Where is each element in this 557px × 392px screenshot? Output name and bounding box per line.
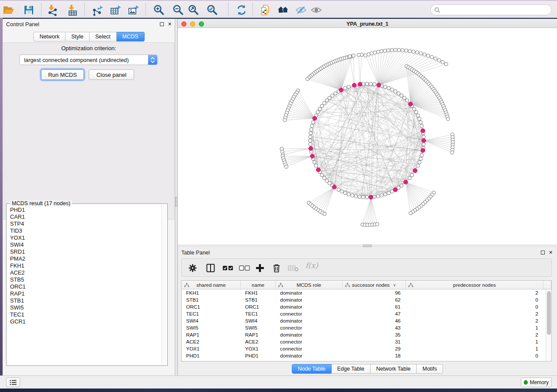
network-node[interactable]: [343, 191, 347, 195]
memory-button[interactable]: Memory: [521, 378, 552, 387]
network-node[interactable]: [397, 92, 400, 95]
mcds-hub-node[interactable]: [422, 138, 426, 142]
deselect-all-button[interactable]: [239, 262, 251, 274]
network-node[interactable]: [308, 143, 312, 146]
mcds-hub-node[interactable]: [404, 180, 408, 184]
create-column-button[interactable]: [255, 262, 267, 274]
duplicate-network-button[interactable]: [259, 4, 271, 16]
mcds-hub-node[interactable]: [421, 129, 425, 133]
network-node[interactable]: [347, 85, 350, 89]
network-node[interactable]: [387, 86, 391, 90]
sort-menu-icon[interactable]: ∨: [393, 283, 396, 287]
import-network-button[interactable]: [46, 4, 59, 16]
network-node[interactable]: [412, 50, 415, 54]
table-options-button[interactable]: [188, 262, 200, 274]
network-node[interactable]: [365, 82, 369, 86]
network-node[interactable]: [358, 195, 361, 199]
zoom-in-button[interactable]: [153, 4, 165, 16]
mcds-list-scrollbar[interactable]: [161, 204, 167, 365]
mcds-hub-node[interactable]: [393, 188, 397, 192]
network-node[interactable]: [306, 77, 309, 81]
mcds-hub-node[interactable]: [408, 102, 412, 106]
mcds-result-item[interactable]: TID3: [7, 227, 161, 234]
network-node[interactable]: [423, 53, 426, 56]
mcds-result-item[interactable]: GCR1: [7, 318, 161, 325]
network-node[interactable]: [405, 99, 409, 102]
network-node[interactable]: [434, 57, 437, 60]
zoom-out-button[interactable]: [172, 4, 184, 16]
network-node[interactable]: [416, 164, 420, 168]
close-panel-icon[interactable]: ✕: [549, 249, 553, 255]
network-node[interactable]: [422, 135, 426, 139]
network-node[interactable]: [313, 161, 316, 164]
tab-network[interactable]: Network: [33, 32, 66, 41]
network-node[interactable]: [322, 176, 326, 180]
table-row[interactable]: SWI5SWI5connector431: [182, 324, 546, 331]
column-header-successor-nodes[interactable]: successor nodes∨: [343, 281, 406, 289]
network-node[interactable]: [384, 85, 387, 89]
table-scrollbar-thumb[interactable]: [547, 291, 551, 335]
show-all-button[interactable]: [310, 4, 322, 16]
network-node[interactable]: [422, 143, 426, 146]
network-node[interactable]: [316, 110, 319, 114]
tab-mcds[interactable]: MCDS: [117, 32, 145, 41]
network-node[interactable]: [418, 117, 421, 120]
table-row[interactable]: PHD1PHD1dominator180: [182, 352, 546, 359]
network-node[interactable]: [369, 82, 373, 86]
mcds-result-item[interactable]: SWI5: [7, 304, 161, 311]
network-node[interactable]: [384, 193, 387, 196]
horizontal-splitter[interactable]: [178, 244, 557, 247]
mcds-hub-node[interactable]: [316, 168, 320, 172]
network-node[interactable]: [334, 92, 337, 95]
network-node[interactable]: [400, 184, 403, 187]
network-node[interactable]: [418, 161, 421, 164]
refresh-view-button[interactable]: [235, 4, 248, 16]
network-node[interactable]: [390, 48, 394, 52]
table-row[interactable]: ORC1ORC1dominator610: [182, 303, 546, 310]
first-neighbors-button[interactable]: [277, 4, 289, 16]
table-row[interactable]: YOX1YOX1connector291: [182, 345, 546, 352]
network-node[interactable]: [450, 151, 454, 154]
hide-selected-button[interactable]: [295, 4, 307, 16]
network-node[interactable]: [320, 104, 324, 108]
table-row[interactable]: FKH1FKH1dominator962: [182, 289, 546, 296]
run-mcds-button[interactable]: Run MCDS: [41, 69, 84, 80]
network-node[interactable]: [416, 114, 420, 117]
network-node[interactable]: [285, 165, 288, 168]
network-node[interactable]: [362, 196, 365, 199]
network-node[interactable]: [320, 173, 324, 177]
column-header-name[interactable]: name: [241, 281, 276, 289]
float-panel-icon[interactable]: [160, 22, 164, 26]
network-node[interactable]: [426, 54, 430, 58]
table-row[interactable]: SWI4SWI4dominator462: [182, 317, 546, 324]
network-node[interactable]: [322, 101, 326, 105]
network-node[interactable]: [347, 193, 350, 196]
table-tab-node-table[interactable]: Node Table: [292, 364, 332, 374]
network-node[interactable]: [328, 96, 331, 100]
mcds-result-item[interactable]: STP4: [7, 220, 161, 227]
mcds-hub-node[interactable]: [332, 185, 336, 189]
network-node[interactable]: [405, 49, 408, 52]
mcds-hub-node[interactable]: [313, 117, 317, 120]
network-node[interactable]: [376, 223, 379, 226]
search-input[interactable]: [440, 7, 551, 13]
column-header-MCDS-role[interactable]: MCDS role: [276, 281, 343, 289]
network-node[interactable]: [387, 48, 390, 52]
network-node[interactable]: [311, 120, 315, 124]
export-image-button[interactable]: [127, 4, 139, 16]
mcds-hub-node[interactable]: [352, 83, 356, 87]
float-panel-icon[interactable]: [541, 251, 545, 254]
mcds-result-item[interactable]: RAP1: [7, 290, 161, 297]
close-panel-icon[interactable]: ✕: [168, 21, 172, 27]
table-row[interactable]: ACE2ACE2connector311: [182, 338, 546, 345]
network-node[interactable]: [409, 211, 412, 215]
mcds-result-item[interactable]: STB1: [7, 297, 161, 304]
network-node[interactable]: [441, 60, 444, 64]
table-scrollbar[interactable]: [546, 289, 551, 361]
network-node[interactable]: [331, 94, 334, 97]
splitter-grip[interactable]: [363, 244, 372, 247]
network-node[interactable]: [308, 135, 312, 139]
network-node[interactable]: [352, 54, 355, 57]
table-tab-network-table[interactable]: Network Table: [370, 364, 417, 374]
mcds-result-item[interactable]: FKH1: [7, 262, 161, 269]
